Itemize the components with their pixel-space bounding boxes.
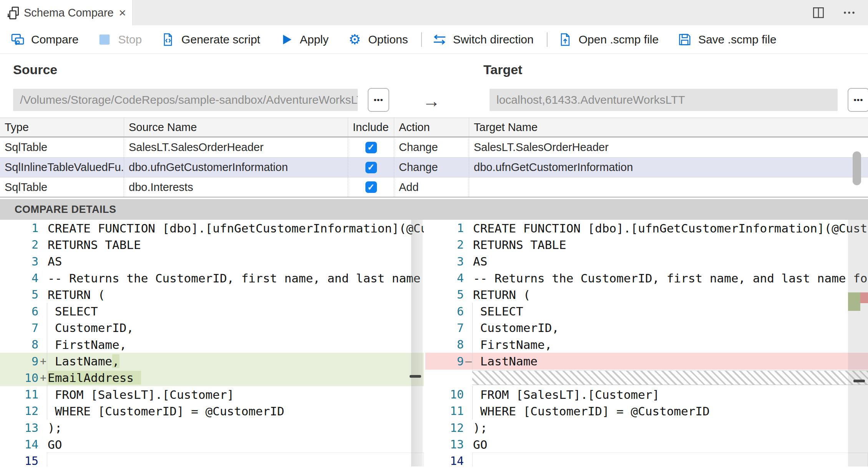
code-text: GO <box>472 436 868 453</box>
line-number: 14 <box>0 438 38 451</box>
code-line[interactable]: 11 WHERE [CustomerID] = @CustomerID <box>425 403 868 419</box>
diff-gap-row[interactable] <box>425 370 868 386</box>
cell-source-name: dbo.Interests <box>124 178 348 197</box>
code-text: LastName, <box>47 353 424 369</box>
toolbar-item-label: Save .scmp file <box>698 33 776 46</box>
split-editor-icon[interactable] <box>811 5 826 20</box>
line-number: 9 <box>425 355 464 368</box>
line-number: 12 <box>425 421 464 435</box>
line-number: 5 <box>0 288 38 301</box>
code-text: ); <box>472 420 868 436</box>
code-line[interactable]: 5RETURN ( <box>0 286 424 303</box>
close-icon[interactable]: × <box>115 7 126 19</box>
column-header-type: Type <box>0 118 124 136</box>
line-number: 2 <box>425 238 464 251</box>
code-text: FROM [SalesLT].[Customer] <box>47 386 424 403</box>
code-text: CustomerID, <box>472 320 868 336</box>
include-checkbox[interactable]: ✓ <box>365 181 377 193</box>
code-line[interactable]: 2RETURNS TABLE <box>0 236 424 253</box>
source-code-pane[interactable]: 1CREATE FUNCTION [dbo].[ufnGetCustomerIn… <box>0 220 424 466</box>
line-number: 7 <box>0 321 38 335</box>
save-scmp-button[interactable]: Save .scmp file <box>677 32 776 47</box>
code-line[interactable]: 7 CustomerID, <box>0 320 424 336</box>
diff-marker: – <box>464 355 472 368</box>
switch-direction-button[interactable]: Switch direction <box>432 32 534 47</box>
target-browse-button[interactable]: ••• <box>848 88 868 112</box>
compare-button[interactable]: Compare <box>10 32 78 47</box>
code-line[interactable]: 12); <box>425 420 868 436</box>
code-line[interactable]: 1CREATE FUNCTION [dbo].[ufnGetCustomerIn… <box>0 220 424 236</box>
line-number: 2 <box>0 238 38 251</box>
table-row[interactable]: SqlInlineTableValuedFu...dbo.ufnGetCusto… <box>0 158 868 178</box>
schema-compare-icon <box>6 5 22 20</box>
options-button[interactable]: ⚙Options <box>347 32 408 47</box>
line-number: 3 <box>425 255 464 268</box>
target-code-pane[interactable]: 1CREATE FUNCTION [dbo].[ufnGetCustomerIn… <box>425 220 868 466</box>
code-text <box>47 453 424 466</box>
code-line[interactable]: 3AS <box>425 253 868 270</box>
column-header-action: Action <box>394 118 469 136</box>
code-line[interactable]: 8 FirstName, <box>0 336 424 353</box>
code-line[interactable]: 14GO <box>0 436 424 453</box>
line-number: 9 <box>0 355 38 368</box>
code-line[interactable]: 12 WHERE [CustomerID] = @CustomerID <box>0 403 424 419</box>
code-line[interactable]: 2RETURNS TABLE <box>425 236 868 253</box>
source-browse-button[interactable]: ••• <box>368 88 389 112</box>
line-number: 15 <box>0 454 38 466</box>
tab-schema-compare[interactable]: Schema Compare × <box>0 0 133 25</box>
code-text: FirstName, <box>47 336 424 353</box>
table-row[interactable]: SqlTableSalesLT.SalesOrderHeader✓ChangeS… <box>0 138 868 158</box>
target-input[interactable]: localhost,61433.AdventureWorksLTT <box>490 89 838 111</box>
code-line[interactable]: 10+ EmailAddress <box>0 370 424 386</box>
generate-script-button[interactable]: Generate script <box>160 32 260 47</box>
code-line[interactable]: 11 FROM [SalesLT].[Customer] <box>0 386 424 403</box>
source-input[interactable]: /Volumes/Storage/CodeRepos/sample-sandbo… <box>13 89 358 111</box>
toolbar-item-label: Compare <box>31 33 78 46</box>
more-actions-icon[interactable] <box>842 5 856 20</box>
code-line[interactable]: 6 SELECT <box>0 303 424 319</box>
line-number: 1 <box>0 221 38 235</box>
code-line[interactable]: 9+ LastName, <box>0 353 424 369</box>
code-line[interactable]: 13); <box>0 420 424 436</box>
code-line[interactable]: 8 FirstName, <box>425 336 868 353</box>
left-scroll-indicator[interactable] <box>410 375 421 378</box>
code-line[interactable]: 5RETURN ( <box>425 286 868 303</box>
code-text: SELECT <box>472 303 868 319</box>
right-scroll-indicator[interactable] <box>853 380 865 382</box>
overview-removed-mark <box>860 292 868 303</box>
line-number: 11 <box>425 404 464 418</box>
line-number: 13 <box>425 438 464 451</box>
code-line[interactable]: 7 CustomerID, <box>425 320 868 336</box>
apply-button[interactable]: Apply <box>279 32 329 47</box>
code-line[interactable]: 1CREATE FUNCTION [dbo].[ufnGetCustomerIn… <box>425 220 868 236</box>
code-line[interactable]: 6 SELECT <box>425 303 868 319</box>
include-checkbox[interactable]: ✓ <box>365 142 377 153</box>
code-line[interactable]: 4-- Returns the CustomerID, first name, … <box>425 270 868 286</box>
table-row[interactable]: SqlTabledbo.Interests✓Add <box>0 178 868 197</box>
line-number: 1 <box>425 221 464 235</box>
toolbar-separator <box>421 32 422 47</box>
code-line[interactable]: 4-- Returns the CustomerID, first name, … <box>0 270 424 286</box>
code-line[interactable]: 9– LastName <box>425 353 868 369</box>
include-checkbox[interactable]: ✓ <box>365 162 377 173</box>
code-line[interactable]: 14 <box>425 453 868 466</box>
code-text: LastName <box>472 353 868 369</box>
code-text: -- Returns the CustomerID, first name, a… <box>472 270 868 286</box>
open-scmp-button[interactable]: Open .scmp file <box>558 32 659 47</box>
line-number: 10 <box>425 388 464 401</box>
code-line[interactable]: 10 FROM [SalesLT].[Customer] <box>425 386 868 403</box>
line-number: 8 <box>425 338 464 351</box>
line-number: 6 <box>425 305 464 318</box>
grid-scrollbar[interactable] <box>853 151 861 185</box>
code-text: WHERE [CustomerID] = @CustomerID <box>47 403 424 419</box>
source-target-section: Source /Volumes/Storage/CodeRepos/sample… <box>0 54 868 118</box>
code-line[interactable]: 15 <box>0 453 424 466</box>
cell-type: SqlInlineTableValuedFu... <box>0 158 124 177</box>
compare-details-header[interactable]: COMPARE DETAILS <box>0 199 868 220</box>
stop-button[interactable]: Stop <box>97 32 142 47</box>
code-line[interactable]: 3AS <box>0 253 424 270</box>
gear-icon: ⚙ <box>347 32 362 47</box>
code-line[interactable]: 13GO <box>425 436 868 453</box>
cell-target-name <box>469 178 868 197</box>
play-icon <box>279 32 294 47</box>
